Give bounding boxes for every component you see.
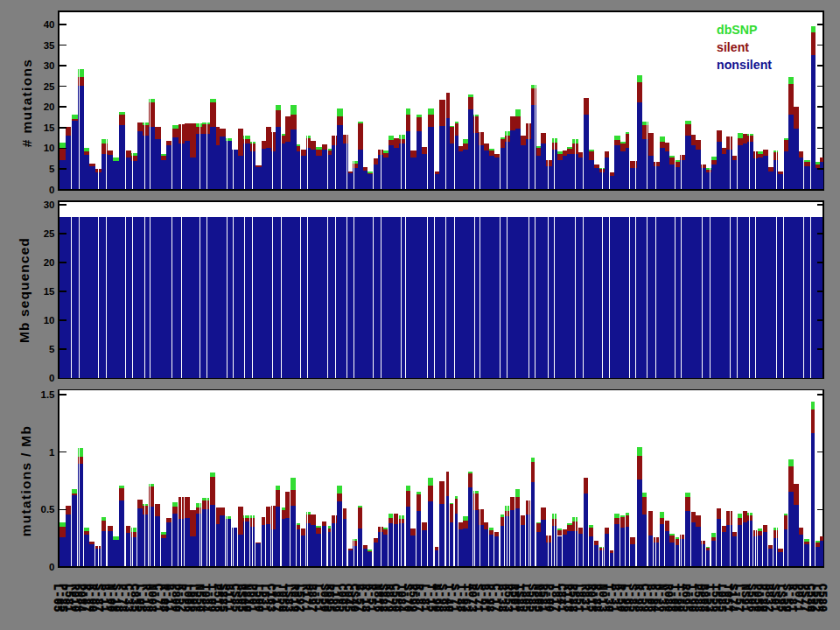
svg-text:15: 15 [44, 122, 55, 133]
svg-text:silent: silent [717, 40, 749, 54]
svg-text:0.5: 0.5 [41, 504, 56, 514]
svg-text:15: 15 [44, 286, 55, 297]
svg-text:1.5: 1.5 [41, 389, 56, 400]
svg-text:nonsilent: nonsilent [717, 58, 772, 72]
svg-text:20: 20 [44, 257, 55, 268]
svg-text:10: 10 [44, 315, 55, 326]
svg-text:5: 5 [49, 164, 55, 174]
svg-text:0: 0 [49, 562, 54, 572]
svg-text:40: 40 [44, 19, 55, 30]
svg-text:1: 1 [49, 447, 55, 458]
svg-text:C580: C580 [816, 584, 828, 612]
svg-text:mutations / Mb: mutations / Mb [18, 425, 33, 537]
svg-text:35: 35 [44, 40, 55, 51]
svg-text:5: 5 [49, 344, 55, 354]
svg-text:20: 20 [44, 102, 55, 112]
svg-text:0: 0 [49, 185, 54, 195]
svg-text:dbSNP: dbSNP [717, 23, 758, 37]
svg-text:30: 30 [44, 60, 55, 71]
svg-text:10: 10 [44, 143, 55, 153]
svg-text:Mb sequenced: Mb sequenced [17, 237, 32, 343]
svg-text:25: 25 [44, 228, 55, 239]
svg-text:0: 0 [49, 373, 54, 383]
svg-text:25: 25 [44, 81, 55, 92]
svg-text:# mutations: # mutations [19, 59, 34, 147]
svg-text:30: 30 [44, 200, 55, 210]
